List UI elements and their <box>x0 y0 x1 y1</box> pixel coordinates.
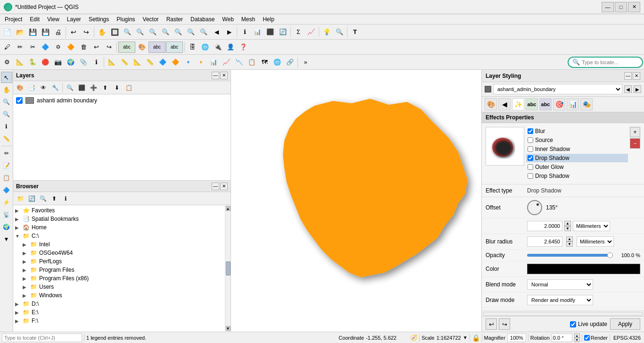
add-group-button[interactable]: 👁 <box>38 82 49 93</box>
extra-btn20[interactable]: 📋 <box>246 56 258 68</box>
style-tab-paint[interactable]: 🎨 <box>485 98 497 110</box>
extra-btn21[interactable]: 🗺 <box>258 56 271 68</box>
blur-spin-down[interactable]: ▼ <box>566 242 573 247</box>
apply-button[interactable]: Apply <box>610 318 640 330</box>
style-tab-label2[interactable]: abc <box>539 98 552 110</box>
calc-button[interactable]: Σ <box>292 26 305 38</box>
effect-outer-glow-row[interactable]: Outer Glow <box>526 163 628 171</box>
globe-button[interactable]: 🌍 <box>1 221 12 233</box>
undo-styling-button[interactable]: ↩ <box>486 318 497 330</box>
zoom-selection-button[interactable]: 🔍 <box>185 26 197 38</box>
digitize-btn1[interactable]: 🖊 <box>1 41 13 53</box>
zoom-rubber-button[interactable]: 🔍 <box>147 26 159 38</box>
browser-item-programfilesx86[interactable]: ▶ 📁 Program Files (x86) <box>13 274 225 283</box>
browser-item-windows[interactable]: ▶ 📁 Windows <box>13 291 225 300</box>
style-tab-back[interactable]: ◀ <box>498 98 511 110</box>
zoom-in-button[interactable]: 🔍 <box>121 26 133 38</box>
extra-btn14[interactable]: 🔶 <box>169 56 182 68</box>
zoom-in-map-button[interactable]: 🔍 <box>1 96 12 108</box>
open-project-button[interactable]: 📂 <box>14 26 26 38</box>
rotation-input[interactable] <box>552 334 572 342</box>
extra-btn5[interactable]: 📷 <box>52 56 64 68</box>
style-tab-cube[interactable]: 🎯 <box>553 98 565 110</box>
print-button[interactable]: 🖨 <box>52 26 64 38</box>
expand-layers-button[interactable]: ⬛ <box>76 82 87 93</box>
deselect-button[interactable]: 🔄 <box>277 26 289 38</box>
digitize-btn5[interactable]: ✡ <box>52 41 64 53</box>
browser-item-favorites[interactable]: ▶ ⭐ Favorites <box>13 206 225 215</box>
open-layer-style-button[interactable]: 🎨 <box>14 82 25 93</box>
render-checkbox[interactable] <box>584 335 590 341</box>
more-tools-button[interactable]: ▼ <box>1 234 12 245</box>
browser-item-users[interactable]: ▶ 📁 Users <box>13 283 225 291</box>
menu-settings[interactable]: Settings <box>85 15 113 24</box>
locator-search[interactable]: 🔍 <box>568 57 643 68</box>
menu-layer[interactable]: Layer <box>63 15 85 24</box>
layers-panel-min-button[interactable]: — <box>212 72 219 79</box>
color-swatch[interactable] <box>527 264 640 274</box>
browser-collapse-button[interactable]: ⬆ <box>49 193 59 204</box>
effects-remove-button[interactable]: − <box>630 138 640 149</box>
zoom-out-button[interactable]: 🔍 <box>134 26 146 38</box>
extra-btn19[interactable]: 📉 <box>233 56 245 68</box>
layer-selector-fwd[interactable]: ▶ <box>634 85 641 93</box>
layer-visibility-checkbox[interactable] <box>16 97 23 104</box>
select-tool-button[interactable]: ↖ <box>1 72 12 83</box>
live-update-checkbox[interactable] <box>570 321 576 327</box>
blur-unit-select[interactable]: Millimeters Pixels <box>577 236 614 247</box>
digitize-map-button[interactable]: ✏ <box>1 148 12 159</box>
remove-group-button[interactable]: 📋 <box>123 82 134 93</box>
db-btn2[interactable]: 🌐 <box>199 41 211 53</box>
menu-project[interactable]: Project <box>1 15 26 24</box>
effect-blur-checkbox[interactable] <box>528 128 533 134</box>
menu-web[interactable]: Web <box>218 15 237 24</box>
close-button[interactable]: ✕ <box>628 2 640 12</box>
rotation-spin-down[interactable]: ▼ <box>574 338 580 342</box>
browser-item-programfiles[interactable]: ▶ 📁 Program Files <box>13 266 225 274</box>
locator-input[interactable] <box>582 59 638 65</box>
action-button[interactable]: ⚡ <box>1 197 12 208</box>
zoom-full-button[interactable]: 🔍 <box>159 26 172 38</box>
layer-filter-button[interactable]: 📑 <box>26 82 37 93</box>
layer-styling-min-button[interactable]: — <box>624 72 632 80</box>
extra-btn23[interactable]: 🔗 <box>284 56 296 68</box>
extra-btn1[interactable]: ⚙ <box>1 56 13 68</box>
filter-layer-button[interactable]: 🔍 <box>64 82 75 93</box>
draw-mode-select[interactable]: Render and modify Render only Modify onl… <box>527 295 593 305</box>
extra-btn12[interactable]: 📏 <box>144 56 156 68</box>
offset-unit-select[interactable]: Millimeters Pixels Points <box>573 221 610 231</box>
menu-help[interactable]: Help <box>259 15 278 24</box>
minimize-button[interactable]: — <box>602 2 614 12</box>
browser-item-d[interactable]: ▶ 📁 D:\ <box>13 300 225 308</box>
pan-to-selection-button[interactable]: 🔲 <box>108 26 121 38</box>
pan-map-button[interactable]: ✋ <box>1 84 12 95</box>
layers-panel-close-button[interactable]: ✕ <box>220 72 228 79</box>
db-btn4[interactable]: 👤 <box>224 41 237 53</box>
layer-item[interactable]: ashanti admin boundary <box>14 95 230 106</box>
effect-drop-shadow2-checkbox[interactable] <box>528 173 533 179</box>
pan-button[interactable]: ✋ <box>96 26 108 38</box>
extra-btn11[interactable]: 📐 <box>131 56 143 68</box>
layer-selector-dropdown[interactable]: ashanti_admin_boundary <box>493 84 622 94</box>
annotate-button[interactable]: 📝 <box>1 160 12 171</box>
menu-mesh[interactable]: Mesh <box>238 15 259 24</box>
effect-blur-row[interactable]: Blur <box>526 127 628 135</box>
redo-button[interactable]: ↪ <box>80 26 92 38</box>
effect-drop-shadow2-row[interactable]: Drop Shadow <box>526 172 628 180</box>
db-btn3[interactable]: 🔌 <box>212 41 224 53</box>
db-btn1[interactable]: 🗄 <box>186 41 198 53</box>
extra-btn13[interactable]: 🔷 <box>157 56 169 68</box>
extra-btn18[interactable]: 📈 <box>220 56 232 68</box>
browser-item-intel[interactable]: ▶ 📁 Intel <box>13 240 225 249</box>
zoom-next-button[interactable]: ▶ <box>223 26 235 38</box>
style-tab-label[interactable]: abc <box>526 98 538 110</box>
expand-selected-button[interactable]: ⬆ <box>99 82 111 93</box>
label-btn4[interactable]: abc <box>166 42 183 53</box>
extra-btn8[interactable]: ℹ <box>90 56 102 68</box>
browser-add-button[interactable]: 📁 <box>15 193 25 204</box>
opacity-slider[interactable] <box>527 254 613 257</box>
label-btn2[interactable]: 🎨 <box>136 41 148 53</box>
text-button[interactable]: T <box>349 26 361 38</box>
extra-btn15[interactable]: 🔹 <box>182 56 194 68</box>
browser-item-bookmarks[interactable]: ▶ 📑 Spatial Bookmarks <box>13 215 225 223</box>
